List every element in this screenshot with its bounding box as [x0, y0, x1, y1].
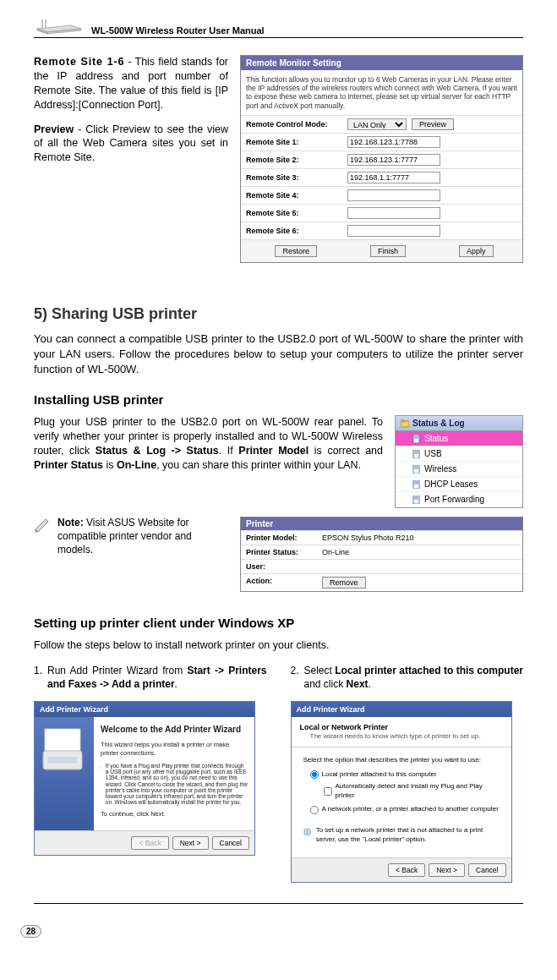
printer-model-label: Printer Model: — [246, 534, 322, 542]
remote-site-6-input[interactable] — [347, 225, 440, 237]
wizard-2: Add Printer Wizard Local or Network Prin… — [291, 701, 512, 883]
remote-site-5-input[interactable] — [347, 207, 440, 219]
wizard-1-info: If you have a Plug and Play printer that… — [106, 763, 248, 805]
file-icon — [412, 495, 421, 504]
remote-panel-title: Remote Monitor Setting — [241, 56, 522, 70]
info-icon: i — [101, 763, 102, 773]
wizard-1-title: Add Printer Wizard — [35, 702, 254, 717]
router-icon — [34, 17, 85, 36]
printer-panel: Printer Printer Model:EPSON Stylus Photo… — [240, 517, 523, 592]
printer-user-label: User: — [246, 562, 322, 571]
finish-button[interactable]: Finish — [370, 245, 406, 257]
remote-site-3-label: Remote Site 3: — [246, 173, 347, 182]
wizard-1-line1: This wizard helps you install a printer … — [101, 741, 248, 758]
manual-title: WL-500W Wireless Router User Manual — [91, 25, 265, 36]
svg-marker-22 — [35, 519, 48, 532]
printer-status-label: Printer Status: — [246, 548, 322, 556]
file-icon — [412, 465, 421, 474]
remote-site-6-label: Remote Site 6: — [246, 227, 347, 235]
installing-body: Plug your USB printer to the USB2.0 port… — [34, 415, 383, 473]
pencil-icon — [34, 517, 51, 534]
status-item-wireless[interactable]: Wireless — [396, 462, 522, 477]
wizard-2-title: Add Printer Wizard — [292, 702, 511, 717]
network-printer-radio[interactable] — [310, 806, 319, 814]
network-printer-label: A network printer, or a printer attached… — [322, 805, 499, 814]
setup-intro: Follow the steps below to install networ… — [34, 638, 523, 654]
auto-detect-label: Automatically detect and install my Plug… — [336, 782, 500, 801]
status-log-menu: Status & Log Status USB Wireless — [395, 415, 523, 508]
remote-site-3-input[interactable] — [347, 172, 440, 183]
wizard-1-next-button[interactable]: Next > — [172, 836, 209, 850]
control-mode-label: Remote Control Mode: — [246, 120, 347, 129]
printer-icon — [35, 717, 94, 827]
remote-panel-description: This function allows you to monitor up t… — [241, 70, 522, 115]
svg-text:i: i — [306, 829, 307, 835]
local-printer-label: Local printer attached to this computer — [322, 770, 437, 780]
wizard-1-continue: To continue, click Next. — [101, 810, 248, 818]
step-1: 1. Run Add Printer Wizard from Start -> … — [34, 664, 267, 691]
auto-detect-checkbox[interactable] — [324, 787, 332, 796]
printer-model-value: EPSON Stylus Photo R210 — [322, 534, 414, 542]
preview-button[interactable]: Preview — [412, 118, 454, 130]
status-item-usb[interactable]: USB — [396, 446, 522, 462]
status-menu-head: Status & Log — [412, 419, 465, 428]
printer-panel-title: Printer — [241, 517, 522, 530]
remote-monitor-panel: Remote Monitor Setting This function all… — [240, 55, 523, 263]
apply-button[interactable]: Apply — [459, 245, 494, 257]
remote-site-4-label: Remote Site 4: — [246, 191, 347, 200]
svg-rect-6 — [401, 420, 404, 422]
preview-label: Preview — [34, 123, 74, 135]
file-icon — [412, 435, 421, 443]
status-item-dhcp[interactable]: DHCP Leases — [396, 477, 522, 492]
note-box: Note: Visit ASUS Website for compatible … — [34, 517, 228, 556]
wizard-1-welcome: Welcome to the Add Printer Wizard — [101, 724, 248, 736]
remote-site-2-input[interactable] — [347, 154, 440, 166]
wizard-2-head: Local or Network Printer — [300, 722, 503, 732]
installing-heading: Installing USB printer — [34, 392, 523, 407]
wizard-2-next-button[interactable]: Next > — [429, 863, 465, 877]
printer-status-value: On-Line — [322, 548, 349, 556]
wizard-2-sub: The wizard needs to know which type of p… — [310, 732, 503, 742]
remote-site-description: Remote Site 1-6 - This field stands for … — [34, 55, 228, 263]
file-icon — [412, 480, 421, 489]
remote-site-label: Remote Site 1-6 — [34, 56, 124, 68]
page-number: 28 — [20, 925, 41, 938]
section-5-body: You can connect a compatible USB printer… — [34, 331, 523, 378]
printer-action-label: Action: — [246, 577, 322, 589]
wizard-2-cancel-button[interactable]: Cancel — [468, 863, 505, 877]
restore-button[interactable]: Restore — [275, 245, 317, 257]
step-2: 2. Select Local printer attached to this… — [291, 664, 524, 691]
section-5-heading: 5) Sharing USB printer — [34, 305, 523, 323]
folder-icon — [401, 419, 409, 428]
control-mode-select[interactable]: LAN Only — [347, 118, 407, 130]
wizard-1-back-button: < Back — [131, 836, 168, 850]
note-label: Note: — [57, 517, 84, 528]
remote-site-4-input[interactable] — [347, 189, 440, 201]
wizard-2-prompt: Select the option that describes the pri… — [303, 756, 500, 765]
wizard-2-back-button[interactable]: < Back — [388, 863, 425, 877]
wizard-1-cancel-button[interactable]: Cancel — [212, 836, 249, 850]
wizard-1: Add Printer Wizard Welcome to the Add Pr… — [34, 701, 255, 856]
remote-site-1-label: Remote Site 1: — [246, 138, 347, 146]
svg-rect-24 — [45, 729, 80, 753]
status-item-status[interactable]: Status — [396, 431, 522, 446]
wizard-2-tip: To set up a network printer that is not … — [316, 826, 500, 845]
page-header: WL-500W Wireless Router User Manual — [34, 17, 523, 38]
info-icon: i — [303, 826, 311, 838]
remote-site-1-input[interactable] — [347, 136, 440, 148]
remote-site-2-label: Remote Site 2: — [246, 156, 347, 164]
status-item-portfwd[interactable]: Port Forwarding — [396, 492, 522, 507]
remote-site-5-label: Remote Site 5: — [246, 209, 347, 217]
remove-button[interactable]: Remove — [322, 577, 366, 589]
file-icon — [412, 450, 421, 458]
svg-rect-26 — [48, 757, 77, 764]
setup-heading: Setting up printer client under Windows … — [34, 616, 523, 630]
local-printer-radio[interactable] — [310, 770, 319, 779]
